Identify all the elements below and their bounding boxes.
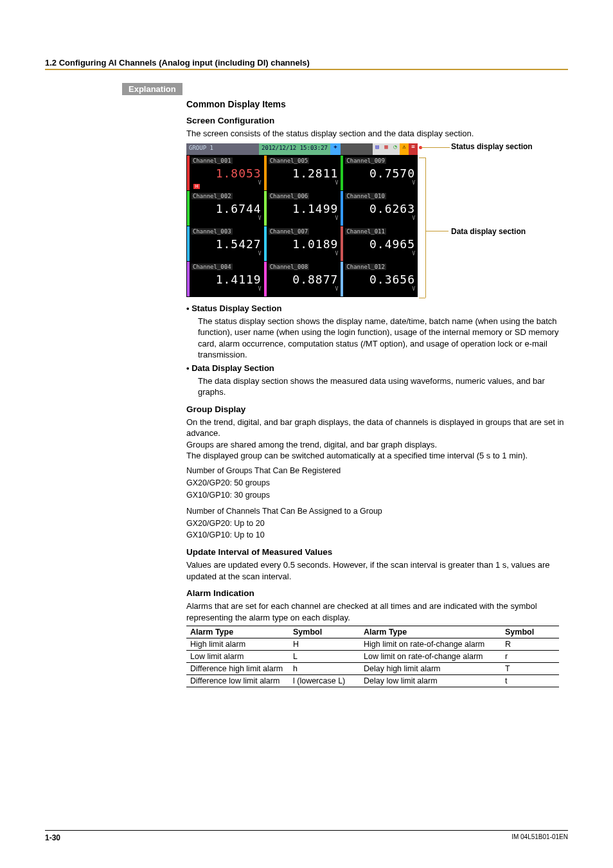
num-channels-line2: GX10/GP10: Up to 10 bbox=[186, 530, 572, 541]
statusbar-datetime: 2012/12/12 15:03:27 bbox=[259, 143, 330, 155]
group-p2: Groups are shared among the trend, digit… bbox=[186, 439, 572, 451]
channel-unit: V bbox=[269, 286, 339, 292]
table-cell: Delay low limit alarm bbox=[360, 675, 501, 687]
alarm-body: Alarms that are set for each channel are… bbox=[186, 601, 572, 623]
table-cell: R bbox=[501, 638, 559, 651]
status-bar: GROUP 1 2012/12/12 15:03:27 + ▤ ▦ ◔ ⚠ ≡ bbox=[186, 143, 418, 155]
grid-icon: ▦ bbox=[382, 143, 391, 155]
bullet-status-title: Status Display Section bbox=[186, 303, 572, 313]
channel-name: Channel_004 bbox=[191, 264, 233, 270]
channel-unit: V bbox=[345, 215, 415, 221]
channel-unit: V bbox=[269, 215, 339, 221]
channel-value: 0.4965 bbox=[345, 237, 415, 251]
channel-value: 1.0189 bbox=[269, 237, 339, 251]
table-cell: Delay high limit alarm bbox=[360, 663, 501, 675]
channel-name: Channel_007 bbox=[269, 228, 310, 235]
channel-value: 1.8053 bbox=[191, 167, 262, 180]
channel-value: 1.6744 bbox=[191, 202, 262, 215]
group-p3: The displayed group can be switched auto… bbox=[186, 450, 572, 462]
bullet-data-title: Data Display Section bbox=[186, 363, 572, 373]
memory-icon: ◔ bbox=[391, 143, 400, 155]
num-groups-heading: Number of Groups That Can Be Registered bbox=[186, 466, 572, 476]
channel-unit: V bbox=[345, 286, 415, 292]
heading-screen-configuration: Screen Configuration bbox=[186, 116, 572, 125]
channel-value: 0.6263 bbox=[345, 202, 415, 215]
num-groups-line1: GX20/GP20: 50 groups bbox=[186, 478, 572, 489]
table-cell: H bbox=[289, 638, 360, 651]
table-row: High limit alarmHHigh limit on rate-of-c… bbox=[186, 638, 559, 651]
table-cell: Low limit alarm bbox=[186, 651, 289, 663]
channel-cell: Channel_0011.8053VH bbox=[187, 156, 263, 190]
status-callout-label: Status display section bbox=[451, 142, 533, 151]
channel-cell: Channel_0100.6263V bbox=[341, 191, 417, 226]
table-row: Low limit alarmLLow limit on rate-of-cha… bbox=[186, 651, 559, 663]
channel-cell: Channel_0031.5427V bbox=[187, 226, 263, 261]
channel-value: 0.7570 bbox=[345, 167, 415, 180]
table-cell: t bbox=[501, 675, 559, 687]
channel-cell: Channel_0021.6744V bbox=[187, 191, 263, 226]
update-body: Values are updated every 0.5 seconds. Ho… bbox=[186, 559, 572, 582]
table-header: Alarm Type bbox=[360, 626, 501, 638]
heading-common-display-items: Common Display Items bbox=[186, 99, 572, 109]
bullet-data-body: The data display section shows the measu… bbox=[198, 375, 572, 398]
channel-name: Channel_002 bbox=[191, 193, 233, 199]
explanation-label: Explanation bbox=[122, 83, 182, 95]
statusbar-group: GROUP 1 bbox=[189, 145, 213, 151]
table-row: Difference high limit alarmhDelay high l… bbox=[186, 663, 559, 675]
table-cell: l (lowercase L) bbox=[289, 675, 360, 687]
table-cell: High limit alarm bbox=[186, 638, 289, 651]
bullet-status-body: The status display section shows the dis… bbox=[198, 316, 572, 361]
channel-name: Channel_009 bbox=[345, 158, 386, 164]
channel-name: Channel_008 bbox=[269, 264, 310, 270]
channel-name: Channel_011 bbox=[345, 228, 386, 235]
channel-name: Channel_001 bbox=[191, 158, 233, 164]
channel-name: Channel_012 bbox=[345, 264, 386, 270]
doc-id: IM 04L51B01-01EN bbox=[511, 833, 568, 842]
channel-cell: Channel_0110.4965V bbox=[341, 226, 417, 261]
statusbar-gauge bbox=[341, 143, 373, 155]
warning-icon: ⚠ bbox=[400, 143, 409, 155]
data-callout-line bbox=[425, 231, 449, 231]
table-cell: High limit on rate-of-change alarm bbox=[360, 638, 501, 651]
menu-icon: ≡ bbox=[409, 143, 418, 155]
table-cell: T bbox=[501, 663, 559, 675]
num-channels-heading: Number of Channels That Can Be Assigned … bbox=[186, 506, 572, 517]
table-cell: L bbox=[289, 651, 360, 663]
channel-value: 1.1499 bbox=[269, 202, 339, 215]
data-callout-label: Data display section bbox=[451, 227, 526, 236]
channel-name: Channel_006 bbox=[269, 193, 310, 199]
channel-unit: V bbox=[191, 180, 262, 186]
table-cell: Low limit on rate-of-change alarm bbox=[360, 651, 501, 663]
channel-unit: V bbox=[191, 251, 262, 257]
table-row: Difference low limit alarml (lowercase L… bbox=[186, 675, 559, 687]
table-cell: r bbox=[501, 651, 559, 663]
table-cell: h bbox=[289, 663, 360, 675]
channel-unit: V bbox=[269, 180, 339, 186]
sd-card-icon: ▤ bbox=[373, 143, 382, 155]
channel-name: Channel_005 bbox=[269, 158, 310, 164]
screen-config-text: The screen consists of the status displa… bbox=[186, 128, 572, 140]
channel-cell: Channel_0061.1499V bbox=[264, 191, 341, 226]
alarm-badge: H bbox=[193, 184, 200, 189]
data-callout-bot bbox=[419, 298, 425, 298]
status-callout-line bbox=[421, 147, 450, 148]
channel-name: Channel_010 bbox=[345, 193, 386, 199]
data-callout-top bbox=[419, 158, 425, 158]
heading-alarm-indication: Alarm Indication bbox=[186, 588, 572, 598]
channel-value: 1.5427 bbox=[191, 237, 262, 251]
channel-cell: Channel_0090.7570V bbox=[341, 156, 417, 190]
table-header: Symbol bbox=[289, 626, 360, 638]
channel-unit: V bbox=[345, 180, 415, 186]
channel-value: 0.3656 bbox=[345, 273, 415, 286]
alarm-type-table: Alarm TypeSymbolAlarm TypeSymbol High li… bbox=[186, 626, 559, 687]
channel-value: 1.4119 bbox=[191, 273, 262, 286]
channel-cell: Channel_0080.8877V bbox=[264, 262, 341, 296]
table-cell: Difference low limit alarm bbox=[186, 675, 289, 687]
section-rule bbox=[45, 69, 568, 70]
channel-unit: V bbox=[269, 251, 339, 257]
channel-cell: Channel_0071.0189V bbox=[264, 226, 341, 261]
heading-group-display: Group Display bbox=[186, 404, 572, 414]
group-p1: On the trend, digital, and bar graph dis… bbox=[186, 417, 572, 439]
heading-update-interval: Update Interval of Measured Values bbox=[186, 547, 572, 557]
channel-cell: Channel_0041.4119V bbox=[187, 262, 263, 296]
